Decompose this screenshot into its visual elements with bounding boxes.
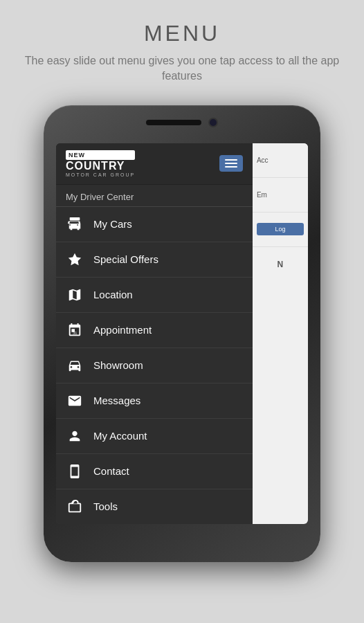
svg-text:31: 31: [73, 330, 77, 334]
map-icon: [66, 286, 84, 304]
messages-label: Messages: [93, 395, 140, 406]
my-cars-label: My Cars: [93, 218, 132, 230]
hamburger-line-3: [225, 166, 237, 168]
menu-panel: NEW COUNTRY MOTOR CAR GROUP My Driver Ce…: [56, 143, 253, 524]
menu-item-appointment[interactable]: 31 Appointment: [56, 313, 253, 348]
logo-bar: NEW COUNTRY MOTOR CAR GROUP: [56, 143, 253, 185]
menu-item-tools[interactable]: Tools: [56, 489, 253, 524]
logo-brand: COUNTRY: [66, 160, 135, 172]
menu-item-contact[interactable]: Contact: [56, 454, 253, 489]
menu-item-showroom[interactable]: Showroom: [56, 348, 253, 383]
logo-group: NEW COUNTRY MOTOR CAR GROUP: [66, 150, 135, 177]
calendar-icon: 31: [66, 321, 84, 339]
menu-item-location[interactable]: Location: [56, 278, 253, 313]
menu-item-my-account[interactable]: My Account: [56, 419, 253, 454]
right-panel-em: Em: [253, 178, 308, 213]
acc-text: Acc: [257, 156, 269, 164]
driver-center-label: My Driver Center: [56, 185, 253, 207]
menu-item-special-offers[interactable]: Special Offers: [56, 242, 253, 278]
page-header: MENU The easy slide out menu gives you o…: [0, 0, 364, 98]
phone-speaker: [146, 120, 201, 125]
menu-item-my-cars[interactable]: My Cars: [56, 207, 253, 242]
location-label: Location: [93, 289, 133, 300]
phone-mockup: NEW COUNTRY MOTOR CAR GROUP My Driver Ce…: [44, 105, 320, 562]
hamburger-button[interactable]: [219, 155, 243, 172]
showroom-label: Showroom: [93, 359, 143, 371]
tools-label: Tools: [93, 500, 118, 512]
logo-sub: MOTOR CAR GROUP: [66, 172, 135, 177]
n-text: N: [277, 260, 284, 269]
car-icon: [66, 356, 84, 374]
page-subtitle: The easy slide out menu gives you one ta…: [14, 53, 350, 84]
em-text: Em: [257, 191, 267, 199]
phone-device-icon: [66, 462, 84, 480]
contact-label: Contact: [93, 465, 129, 477]
svg-rect-0: [70, 217, 80, 221]
menu-items-list: My Cars Special Offers: [56, 207, 253, 524]
right-panel-acc: Acc: [253, 143, 308, 178]
phone-camera: [208, 118, 218, 127]
hamburger-line-1: [225, 159, 237, 161]
menu-item-messages[interactable]: Messages: [56, 383, 253, 419]
hamburger-line-2: [225, 163, 237, 164]
page-title: MENU: [14, 21, 350, 46]
right-panel-log: Log: [253, 213, 308, 247]
my-account-label: My Account: [93, 430, 147, 442]
star-icon: [66, 251, 84, 269]
right-panel-n: N: [253, 247, 308, 282]
phone-screen: NEW COUNTRY MOTOR CAR GROUP My Driver Ce…: [56, 143, 308, 524]
logo-badge: NEW: [66, 150, 135, 160]
special-offers-label: Special Offers: [93, 253, 158, 265]
garage-icon: [66, 215, 84, 233]
person-icon: [66, 427, 84, 445]
login-button[interactable]: Log: [257, 223, 304, 235]
appointment-label: Appointment: [93, 324, 152, 336]
envelope-icon: [66, 392, 84, 410]
toolbox-icon: [66, 498, 84, 516]
right-panel: Acc Em Log N: [253, 143, 308, 524]
phone-top-bar: [146, 118, 218, 127]
